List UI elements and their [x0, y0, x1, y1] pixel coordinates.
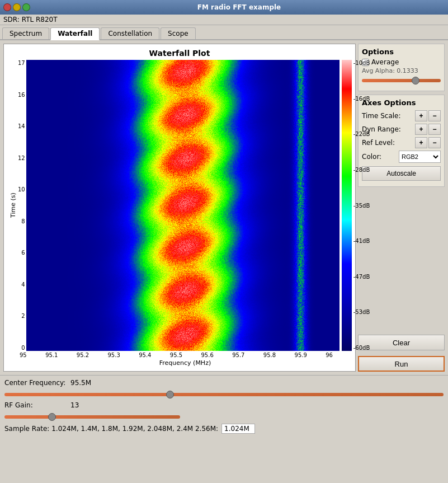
plot-title: Waterfall Plot	[8, 49, 351, 58]
cb-label-7: -53dB	[353, 309, 370, 315]
cb-label-5: -41dB	[353, 238, 370, 244]
sample-rate-label: Sample Rate: 1.024M, 1.4M, 1.8M, 1.92M, …	[4, 425, 218, 433]
side-panel: Options Average Avg Alpha: 0.1333 Axes O…	[358, 44, 445, 372]
cb-label-3: -28dB	[353, 167, 370, 173]
avg-alpha-label: Avg Alpha: 0.1333	[362, 67, 441, 74]
title-bar: FM radio FFT example	[0, 0, 448, 15]
ref-level-row: Ref Level: + −	[362, 137, 441, 148]
sample-rate-row: Sample Rate: 1.024M, 1.4M, 1.8M, 1.92M, …	[4, 424, 444, 434]
y-ticks: 171614121086420	[18, 60, 26, 351]
rf-gain-value: 13	[70, 401, 79, 409]
dyn-range-controls: + −	[415, 124, 441, 135]
avg-alpha-slider[interactable]	[362, 79, 441, 82]
main-content: Waterfall Plot Time (s) 171614121086420 …	[0, 40, 448, 375]
close-button[interactable]	[3, 3, 11, 11]
rf-gain-slider[interactable]	[4, 415, 180, 419]
cb-label-4: -35dB	[353, 203, 370, 209]
bottom-controls: Center Frequency: 95.5M RF Gain: 13 Samp…	[0, 375, 448, 437]
waterfall-display	[26, 60, 339, 351]
center-freq-label: Center Frequency:	[4, 379, 66, 387]
color-row: Color: RGB2 RGB Gray Plasma Viridis	[362, 151, 441, 163]
y-tick: 14	[18, 123, 25, 129]
tab-bar: Spectrum Waterfall Constellation Scope	[0, 25, 448, 40]
tab-constellation[interactable]: Constellation	[101, 27, 159, 39]
window-controls[interactable]	[3, 3, 30, 11]
cb-label-2: -22dB	[353, 131, 370, 137]
minimize-button[interactable]	[13, 3, 21, 11]
rf-gain-row: RF Gain: 13	[4, 401, 444, 409]
time-scale-plus[interactable]: +	[415, 110, 427, 121]
avg-alpha-slider-container	[362, 76, 441, 85]
dyn-range-plus[interactable]: +	[415, 124, 427, 135]
maximize-button[interactable]	[22, 3, 30, 11]
y-tick: 6	[18, 250, 25, 256]
center-freq-value: 95.5M	[70, 379, 91, 387]
y-tick: 16	[18, 92, 25, 98]
sample-rate-value: 1.024M	[221, 424, 255, 434]
options-title: Options	[362, 48, 441, 56]
autoscale-button[interactable]: Autoscale	[362, 166, 441, 181]
y-tick: 0	[18, 345, 25, 351]
time-scale-minus[interactable]: −	[428, 110, 441, 121]
y-tick: 2	[18, 313, 25, 319]
rf-gain-label: RF Gain:	[4, 401, 66, 409]
y-tick: 10	[18, 186, 25, 193]
y-tick: 12	[18, 155, 25, 161]
options-group: Options Average Avg Alpha: 0.1333	[358, 44, 445, 91]
cb-label-6: -47dB	[353, 274, 370, 280]
plot-area: Waterfall Plot Time (s) 171614121086420 …	[3, 44, 356, 372]
window-title: FM radio FFT example	[34, 3, 445, 11]
center-freq-slider[interactable]	[4, 393, 444, 396]
cb-label-0: -10dB	[353, 60, 370, 66]
run-button[interactable]: Run	[358, 356, 445, 372]
x-axis-area: 9595.195.295.395.4 95.595.695.795.895.99…	[8, 351, 351, 358]
dyn-range-minus[interactable]: −	[428, 124, 441, 135]
cb-label-8: -60dB	[353, 345, 370, 351]
average-label: Average	[371, 58, 399, 66]
tab-scope[interactable]: Scope	[161, 27, 196, 39]
y-axis-label: Time (s)	[8, 60, 18, 351]
tab-spectrum[interactable]: Spectrum	[2, 27, 49, 39]
y-tick: 4	[18, 282, 25, 288]
axes-options-title: Axes Options	[362, 99, 441, 107]
x-ticks: 9595.195.295.395.4 95.595.695.795.895.99…	[20, 351, 333, 358]
ref-level-controls: + −	[415, 137, 441, 148]
ref-level-plus[interactable]: +	[415, 137, 427, 148]
axes-options-group: Axes Options Time Scale: + − Dyn Range: …	[358, 95, 445, 187]
plot-container: Time (s) 171614121086420 -10dB -16dB -22…	[8, 60, 351, 351]
clear-button[interactable]: Clear	[358, 335, 445, 350]
x-axis-label: Frequency (MHz)	[8, 359, 351, 367]
y-tick: 17	[18, 60, 25, 66]
cb-label-1: -16dB	[353, 96, 370, 102]
center-freq-row: Center Frequency: 95.5M	[4, 379, 444, 387]
average-row: Average	[362, 58, 441, 66]
color-select[interactable]: RGB2 RGB Gray Plasma Viridis	[399, 151, 441, 163]
time-scale-row: Time Scale: + −	[362, 110, 441, 121]
y-tick: 8	[18, 218, 25, 224]
dyn-range-row: Dyn Range: + −	[362, 124, 441, 135]
sdr-label: SDR: RTL R820T	[0, 15, 448, 25]
colorbar-area: -10dB -16dB -22dB -28dB -35dB -41dB -47d…	[342, 60, 370, 351]
time-scale-controls: + −	[415, 110, 441, 121]
colorbar-labels: -10dB -16dB -22dB -28dB -35dB -41dB -47d…	[352, 60, 370, 351]
ref-level-minus[interactable]: −	[428, 137, 441, 148]
plot-inner: -10dB -16dB -22dB -28dB -35dB -41dB -47d…	[26, 60, 370, 351]
tab-waterfall[interactable]: Waterfall	[50, 27, 100, 40]
